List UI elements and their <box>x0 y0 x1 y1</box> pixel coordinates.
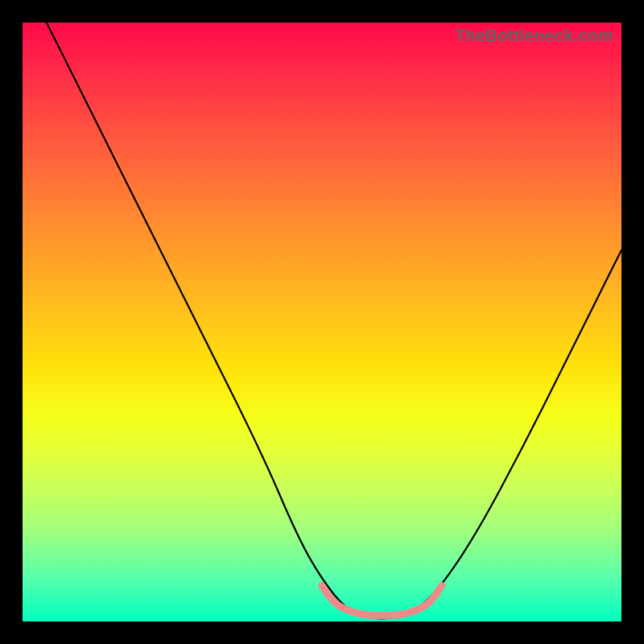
bottleneck-curve <box>47 23 621 618</box>
plot-area: TheBottleneck.com <box>23 23 621 621</box>
chart-svg <box>23 23 621 621</box>
chart-frame: TheBottleneck.com <box>0 0 644 644</box>
